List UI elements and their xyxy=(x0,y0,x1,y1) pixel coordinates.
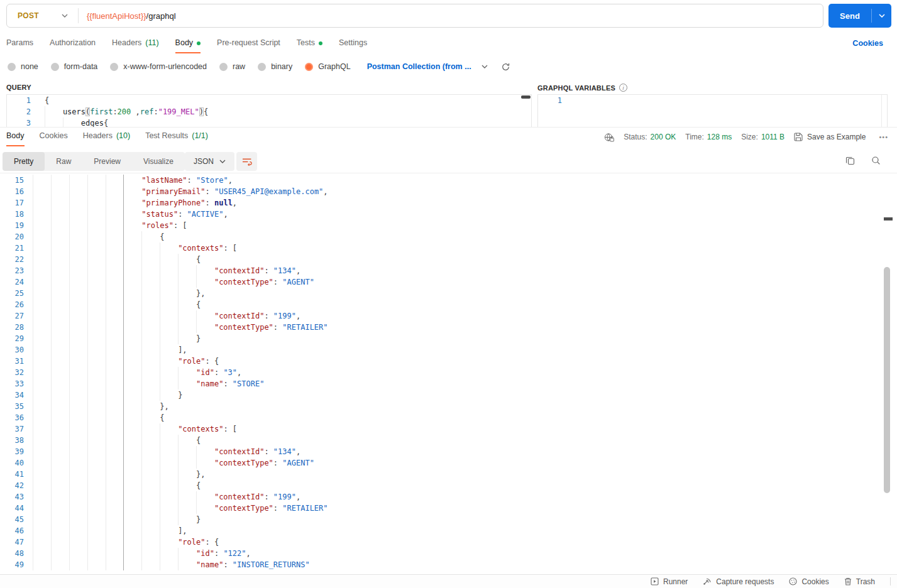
code-line: 31"role": { xyxy=(0,356,880,367)
save-as-example-button[interactable]: Save as Example xyxy=(794,133,866,141)
refresh-icon[interactable] xyxy=(502,63,510,71)
line-number: 22 xyxy=(0,254,24,265)
code-line: 27"contextId": "199", xyxy=(0,310,880,322)
green-dot-icon xyxy=(319,41,322,45)
code-line: 38{ xyxy=(0,435,880,446)
line-number: 25 xyxy=(0,288,24,299)
url-path: /graphql xyxy=(146,11,176,21)
line-number: 46 xyxy=(0,525,24,536)
view-tab-raw[interactable]: Raw xyxy=(45,152,82,171)
chevron-down-icon[interactable] xyxy=(482,65,488,68)
line-number: 43 xyxy=(0,491,24,503)
code-line: 25}, xyxy=(0,288,880,299)
line-number: 37 xyxy=(0,423,24,435)
body-mode-binary[interactable]: binary xyxy=(258,62,292,71)
body-mode-x-www-form-urlencoded[interactable]: x-www-form-urlencoded xyxy=(110,62,207,71)
view-tab-preview[interactable]: Preview xyxy=(82,152,132,171)
query-label: QUERY xyxy=(6,84,31,91)
trash-button[interactable]: Trash xyxy=(844,577,875,586)
body-mode-graphql[interactable]: GraphQL xyxy=(305,62,350,71)
line-number: 27 xyxy=(0,310,24,322)
send-button[interactable]: Send xyxy=(828,4,891,28)
code-line: 29} xyxy=(0,333,880,344)
body-mode-form-data[interactable]: form-data xyxy=(51,62,98,71)
line-number: 33 xyxy=(0,378,24,389)
code-line: 23"contextId": "134", xyxy=(0,265,880,276)
line-number: 19 xyxy=(0,220,24,231)
green-dot-icon xyxy=(197,41,201,45)
code-line: 47"role": { xyxy=(0,536,880,548)
capture-requests-button[interactable]: Capture requests xyxy=(703,577,774,586)
line-number: 38 xyxy=(0,435,24,446)
view-tab-visualize[interactable]: Visualize xyxy=(132,152,185,171)
chevron-down-icon[interactable] xyxy=(872,14,891,18)
trash-icon xyxy=(844,577,852,585)
copy-icon[interactable] xyxy=(845,156,855,165)
divider xyxy=(890,577,891,585)
line-number: 32 xyxy=(0,367,24,378)
line-number: 24 xyxy=(0,276,24,288)
wrap-line-icon xyxy=(242,158,252,166)
search-icon[interactable] xyxy=(871,156,881,165)
response-body-viewer[interactable]: 15"lastName": "Store",16"primaryEmail": … xyxy=(0,175,880,572)
tab-pre-request-script[interactable]: Pre-request Script xyxy=(217,35,280,53)
more-options-icon[interactable]: ••• xyxy=(879,133,888,141)
radio-icon xyxy=(51,63,59,71)
body-mode-raw[interactable]: raw xyxy=(219,62,245,71)
response-tab-headers[interactable]: Headers(10) xyxy=(83,128,130,146)
line-number: 49 xyxy=(0,559,24,570)
code-line: 37"contexts": [ xyxy=(0,423,880,435)
info-icon: i xyxy=(619,84,627,92)
runner-button[interactable]: Runner xyxy=(651,577,688,586)
response-tabs: BodyCookiesHeaders(10)Test Results(1/1) xyxy=(6,128,208,146)
response-toolbar: PrettyRawPreviewVisualize JSON xyxy=(0,151,897,173)
tab-authorization[interactable]: Authorization xyxy=(50,35,96,53)
tab-settings[interactable]: Settings xyxy=(339,35,367,53)
line-number: 30 xyxy=(0,344,24,356)
line-number: 39 xyxy=(0,446,24,457)
code-line: 41}, xyxy=(0,469,880,480)
tab-params[interactable]: Params xyxy=(6,35,33,53)
response-view-tabs: PrettyRawPreviewVisualize xyxy=(3,152,185,171)
response-tab-cookies[interactable]: Cookies xyxy=(40,128,68,146)
globe-lock-icon xyxy=(604,133,614,142)
chevron-down-icon xyxy=(219,160,226,163)
code-line: 1{ xyxy=(7,95,531,106)
line-number: 47 xyxy=(0,536,24,548)
code-line: 3edges{ xyxy=(7,117,531,128)
url-input[interactable]: {{fluentApiHost}}/graphql xyxy=(87,11,176,21)
size-value: 1011 B xyxy=(761,133,784,141)
radio-icon xyxy=(305,63,313,71)
line-number: 45 xyxy=(0,514,24,525)
response-meta: Status:200 OK Time:128 ms Size:1011 B Sa… xyxy=(604,128,888,146)
line-number: 18 xyxy=(0,209,24,220)
response-tab-test-results[interactable]: Test Results(1/1) xyxy=(145,128,208,146)
line-number: 23 xyxy=(0,265,24,276)
method-selector[interactable]: POST xyxy=(18,11,39,20)
scrollbar-thumb[interactable] xyxy=(521,95,531,99)
cookies-button[interactable]: Cookies xyxy=(789,577,828,586)
cookies-link[interactable]: Cookies xyxy=(852,39,883,48)
radio-icon xyxy=(110,63,118,71)
radio-icon xyxy=(219,63,228,71)
response-tab-body[interactable]: Body xyxy=(6,128,25,146)
view-tab-pretty[interactable]: Pretty xyxy=(3,152,45,171)
query-editor[interactable]: 1{2users(first:200 ,ref:"199_MEL"){3edge… xyxy=(6,94,532,128)
line-number: 21 xyxy=(0,242,24,254)
tab-body[interactable]: Body xyxy=(175,35,201,53)
body-mode-none[interactable]: none xyxy=(8,62,38,71)
chevron-down-icon[interactable] xyxy=(62,14,68,18)
tab-tests[interactable]: Tests xyxy=(297,35,322,53)
time-value: 128 ms xyxy=(707,133,732,141)
code-line: 39"contextId": "134", xyxy=(0,446,880,457)
code-line: 26{ xyxy=(0,299,880,310)
code-line: 1 xyxy=(538,95,887,106)
wrap-line-button[interactable] xyxy=(236,152,257,171)
graphql-variables-editor[interactable]: 1 xyxy=(537,94,888,128)
postman-app: POST {{fluentApiHost}}/graphql Send Para… xyxy=(0,0,897,588)
schema-source-dropdown[interactable]: Postman Collection (from ... xyxy=(367,62,471,71)
scrollbar-thumb[interactable] xyxy=(884,267,890,493)
language-dropdown[interactable]: JSON xyxy=(185,152,234,171)
status-bar: Runner Capture requests Cookies xyxy=(0,574,897,588)
tab-headers[interactable]: Headers(11) xyxy=(112,35,159,53)
